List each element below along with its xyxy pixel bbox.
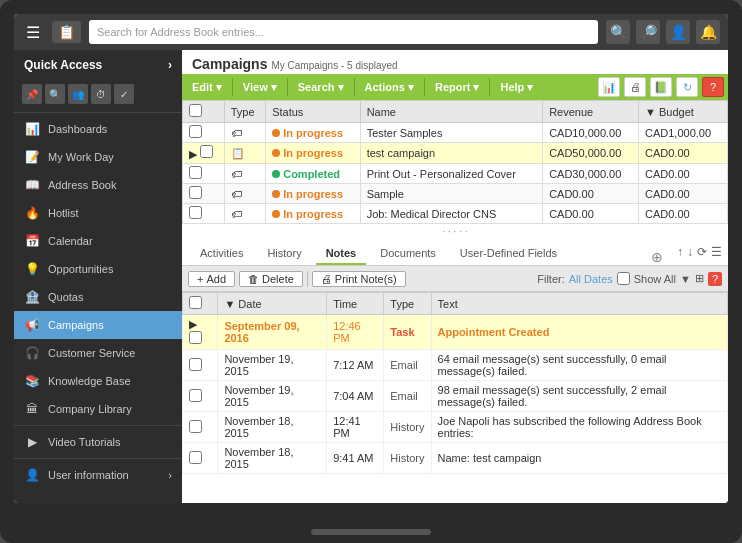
filter-value[interactable]: All Dates [569, 273, 613, 285]
topbar: ☰ 📋 Search for Address Book entries... 🔍… [14, 14, 728, 50]
tab-menu-icon[interactable]: ☰ [711, 245, 722, 259]
sidebar-item-videotutorials[interactable]: ▶ Video Tutorials [14, 428, 182, 456]
notes-cell-checkbox[interactable]: ▶ [183, 315, 218, 350]
tab-userdefined[interactable]: User-Defined Fields [450, 243, 567, 265]
report-button[interactable]: Report ▾ [429, 79, 486, 96]
sidebar-item-customerservice[interactable]: 🎧 Customer Service [14, 339, 182, 367]
sidebar-item-addressbook[interactable]: 📖 Address Book [14, 171, 182, 199]
sidebar-item-dashboards[interactable]: 📊 Dashboards [14, 115, 182, 143]
col-budget[interactable]: ▼ Budget [639, 101, 728, 123]
tab-up-arrow[interactable]: ↑ [677, 245, 683, 259]
toolbar-right: 📊 🖨 📗 ↻ ? [598, 77, 724, 97]
cell-checkbox[interactable] [183, 164, 225, 184]
print-icon[interactable]: 🖨 [624, 77, 646, 97]
filter-icon[interactable]: ▼ [680, 273, 691, 285]
notes-cell-checkbox[interactable] [183, 443, 218, 474]
notes-row[interactable]: November 19, 2015 7:12 AM Email 64 email… [183, 350, 728, 381]
cell-status: In progress [266, 184, 360, 204]
sidebar-item-campaigns[interactable]: 📢 Campaigns [14, 311, 182, 339]
col-name[interactable]: Name [360, 101, 543, 123]
select-all-checkbox[interactable] [189, 104, 202, 117]
excel-icon[interactable]: 📗 [650, 77, 672, 97]
cell-checkbox[interactable] [183, 123, 225, 143]
cell-budget: CAD0.00 [639, 184, 728, 204]
userinfo-arrow: › [168, 469, 172, 481]
notes-cell-text: 98 email message(s) sent successfully, 2… [431, 381, 727, 412]
tab-add-icon[interactable]: ⊕ [651, 249, 663, 265]
cell-budget: CAD0.00 [639, 204, 728, 224]
search-bar[interactable]: Search for Address Book entries... [89, 20, 598, 44]
sidebar-item-knowledgebase[interactable]: 📚 Knowledge Base [14, 367, 182, 395]
notes-col-time[interactable]: Time [327, 293, 384, 315]
actions-button[interactable]: Actions ▾ [359, 79, 420, 96]
print-notes-icon: 🖨 [321, 273, 332, 285]
col-status[interactable]: Status [266, 101, 360, 123]
notes-col-date[interactable]: ▼ Date [218, 293, 327, 315]
export-icon[interactable]: 📊 [598, 77, 620, 97]
notes-row[interactable]: November 19, 2015 7:04 AM Email 98 email… [183, 381, 728, 412]
sidebar-item-companylibrary[interactable]: 🏛 Company Library [14, 395, 182, 423]
col-revenue[interactable]: Revenue [543, 101, 639, 123]
tab-down-arrow[interactable]: ↓ [687, 245, 693, 259]
print-notes-button[interactable]: 🖨 Print Note(s) [312, 271, 406, 287]
qa-users-icon[interactable]: 👥 [68, 84, 88, 104]
notes-cell-type: Email [384, 350, 431, 381]
table-row[interactable]: 🏷 In progress Tester Samples CAD10,000.0… [183, 123, 728, 143]
table-row[interactable]: ▶ 📋 In progress test campaign CAD50,000.… [183, 143, 728, 164]
sidebar-item-calendar[interactable]: 📅 Calendar [14, 227, 182, 255]
col-checkbox[interactable] [183, 101, 225, 123]
notes-help-icon[interactable]: ? [708, 272, 722, 286]
notes-row[interactable]: November 18, 2015 12:41 PM History Joe N… [183, 412, 728, 443]
notes-cell-checkbox[interactable] [183, 350, 218, 381]
sidebar-divider-3 [14, 458, 182, 459]
tab-activities[interactable]: Activities [190, 243, 253, 265]
notes-col-checkbox[interactable] [183, 293, 218, 315]
tab-history[interactable]: History [257, 243, 311, 265]
sidebar-item-userinfo[interactable]: 👤 User information › [14, 461, 182, 489]
search-button[interactable]: Search ▾ [292, 79, 350, 96]
menu-icon[interactable]: ☰ [22, 19, 44, 46]
tab-documents[interactable]: Documents [370, 243, 446, 265]
qa-check-icon[interactable]: ✓ [114, 84, 134, 104]
refresh-button[interactable]: ↻ [676, 77, 698, 97]
qa-search-icon[interactable]: 🔍 [45, 84, 65, 104]
sidebar-item-hotlist[interactable]: 🔥 Hotlist [14, 199, 182, 227]
notes-col-type[interactable]: Type [384, 293, 431, 315]
sidebar-item-myworkday[interactable]: 📝 My Work Day [14, 143, 182, 171]
view-button[interactable]: View ▾ [237, 79, 283, 96]
cell-budget: CAD1,000.00 [639, 123, 728, 143]
tab-notes[interactable]: Notes [316, 243, 367, 265]
lens-icon[interactable]: 🔎 [636, 20, 660, 44]
add-button[interactable]: + Add [188, 271, 235, 287]
page-subtitle: My Campaigns - 5 displayed [271, 60, 397, 71]
edit-button[interactable]: Edit ▾ [186, 79, 228, 96]
campaign-table: Type Status Name Revenue ▼ Budget 🏷 [182, 100, 728, 224]
search-icon[interactable]: 🔍 [606, 20, 630, 44]
quick-access-arrow[interactable]: › [168, 58, 172, 72]
table-row[interactable]: 🏷 Completed Print Out - Personalized Cov… [183, 164, 728, 184]
notes-col-text[interactable]: Text [431, 293, 727, 315]
cell-checkbox[interactable] [183, 184, 225, 204]
cell-checkbox[interactable]: ▶ [183, 143, 225, 164]
delete-button[interactable]: 🗑 Delete [239, 271, 303, 287]
help-circle-icon[interactable]: ? [702, 77, 724, 97]
notes-cell-checkbox[interactable] [183, 412, 218, 443]
help-button[interactable]: Help ▾ [494, 79, 539, 96]
table-row[interactable]: 🏷 In progress Job: Medical Director CNS … [183, 204, 728, 224]
notes-columns-icon[interactable]: ⊞ [695, 272, 704, 285]
notes-row[interactable]: November 18, 2015 9:41 AM History Name: … [183, 443, 728, 474]
cell-checkbox[interactable] [183, 204, 225, 224]
user-icon[interactable]: 👤 [666, 20, 690, 44]
hotlist-icon: 🔥 [24, 206, 40, 220]
sidebar-item-quotas[interactable]: 🏦 Quotas [14, 283, 182, 311]
show-all-checkbox[interactable] [617, 272, 630, 285]
sidebar-item-opportunities[interactable]: 💡 Opportunities [14, 255, 182, 283]
col-type[interactable]: Type [224, 101, 265, 123]
qa-timer-icon[interactable]: ⏱ [91, 84, 111, 104]
notes-row[interactable]: ▶ September 09, 2016 12:46 PM Task Appoi… [183, 315, 728, 350]
notification-icon[interactable]: 🔔 [696, 20, 720, 44]
table-row[interactable]: 🏷 In progress Sample CAD0.00 CAD0.00 [183, 184, 728, 204]
qa-pin-icon[interactable]: 📌 [22, 84, 42, 104]
tab-refresh-icon[interactable]: ⟳ [697, 245, 707, 259]
notes-cell-checkbox[interactable] [183, 381, 218, 412]
